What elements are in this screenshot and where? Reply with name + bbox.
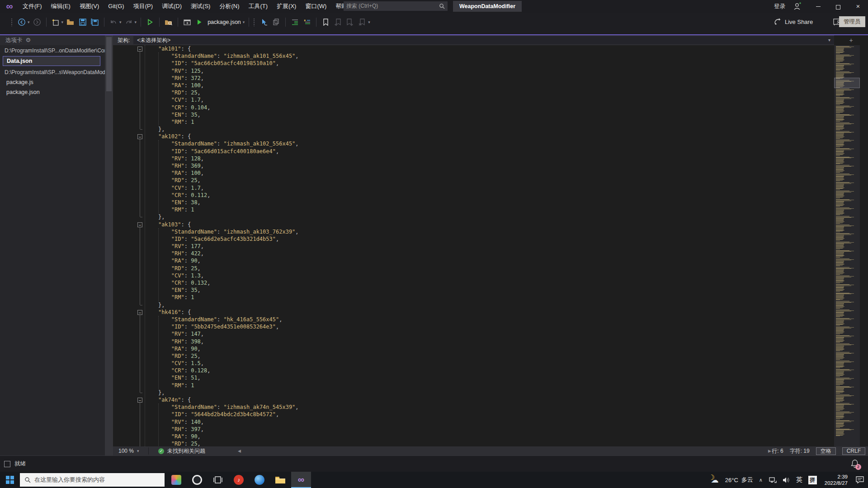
minimap-mark-group (836, 55, 858, 62)
menu-item-7[interactable]: 分析(N) (215, 0, 244, 13)
menu-item-4[interactable]: 项目(P) (129, 0, 157, 13)
indent-lines-button[interactable] (290, 17, 300, 27)
minimap-mark-group (836, 89, 858, 96)
live-share-button[interactable]: Live Share (774, 18, 813, 25)
task-view-icon[interactable] (208, 472, 228, 488)
run-target-label[interactable]: package.json (208, 19, 241, 25)
ime-mode-icon[interactable]: 拼 (808, 476, 817, 484)
tab-item-package.json[interactable]: package.json (3, 88, 105, 97)
sidebar-scrollbar[interactable] (105, 35, 113, 455)
hscroll-left-arrow[interactable]: ◀ (238, 446, 241, 455)
undo-button[interactable] (108, 17, 118, 27)
navigate-forward-button[interactable] (32, 17, 42, 27)
menu-item-9[interactable]: 扩展(X) (272, 0, 301, 13)
navigate-back-button[interactable] (17, 17, 27, 27)
toolbar-grip[interactable] (11, 18, 13, 26)
minimap-mark-group (836, 157, 858, 164)
toggle-bookmark-button[interactable] (321, 17, 330, 27)
menu-item-0[interactable]: 文件(F) (18, 0, 47, 13)
weather-widget[interactable]: ☽☁ 26°C 多云 (708, 474, 753, 485)
game-app-icon[interactable] (166, 472, 186, 488)
run-button[interactable] (194, 17, 204, 27)
sign-in-button[interactable]: 登录 (774, 0, 785, 13)
copy-lines-button[interactable] (271, 17, 281, 27)
indent-mode-button[interactable]: 空格 (816, 447, 836, 455)
format-document-button[interactable] (302, 17, 312, 27)
menu-item-1[interactable]: 编辑(E) (47, 0, 75, 13)
minimap-viewport-indicator[interactable] (834, 78, 860, 88)
minimap-mark-group (836, 122, 858, 130)
menu-item-8[interactable]: 工具(T) (244, 0, 272, 13)
volume-icon[interactable] (783, 477, 790, 483)
toolbar-grip-2[interactable] (253, 18, 255, 26)
minimap-mark (836, 359, 840, 360)
save-button[interactable] (78, 17, 88, 27)
weather-desc: 多云 (741, 476, 753, 484)
taskbar-search-box[interactable]: 在这里输入你要搜索的内容 (20, 473, 165, 487)
toolbar-overflow-dropdown[interactable]: ▾ (368, 20, 370, 24)
fold-collapse-box[interactable]: − (137, 47, 142, 52)
previous-bookmark-button[interactable] (333, 17, 343, 27)
ime-language-indicator[interactable]: 英 (796, 476, 802, 484)
menu-item-5[interactable]: 调试(D) (157, 0, 186, 13)
split-editor-button[interactable]: + (834, 35, 868, 45)
fold-collapse-box[interactable]: − (137, 398, 142, 403)
user-account-icon[interactable] (792, 2, 802, 11)
network-icon[interactable] (769, 477, 777, 483)
gear-icon[interactable]: ⚙ (26, 35, 31, 45)
schema-select[interactable]: <未选择架构> ▾ (133, 36, 834, 44)
restore-button[interactable] (828, 0, 848, 13)
menu-item-10[interactable]: 窗口(W) (301, 0, 331, 13)
quick-search-box[interactable]: 搜索 (Ctrl+Q) (344, 1, 448, 11)
solution-explorer-button[interactable] (164, 17, 174, 27)
zoom-control[interactable]: 100 % ▾ (113, 446, 142, 455)
menu-item-2[interactable]: 视图(V) (75, 0, 104, 13)
hscroll-right-arrow[interactable]: ▶ (768, 446, 771, 455)
background-tasks-icon[interactable] (4, 461, 10, 467)
undo-dropdown[interactable]: ▾ (119, 20, 122, 24)
eol-mode-button[interactable]: CRLF (842, 447, 865, 455)
minimize-button[interactable] (808, 0, 828, 13)
minimap-mark-group (836, 352, 858, 360)
visual-studio-taskbar-icon[interactable]: ∞ (291, 472, 311, 488)
minimap-mark (836, 62, 840, 62)
tab-item-Data.json[interactable]: Data.json (3, 56, 100, 66)
tab-item-package.js[interactable]: package.js (3, 78, 105, 87)
menu-item-6[interactable]: 测试(S) (186, 0, 215, 13)
close-button[interactable]: × (848, 0, 868, 13)
action-center-icon[interactable] (855, 476, 864, 484)
navigate-back-dropdown[interactable]: ▾ (28, 20, 30, 24)
open-folder-button[interactable] (66, 17, 75, 27)
browser-app-icon[interactable] (250, 472, 269, 488)
fold-collapse-box[interactable]: − (137, 310, 142, 315)
start-without-debugging-button[interactable] (145, 17, 155, 27)
minimap-mark-group (836, 335, 858, 343)
menu-item-3[interactable]: Git(G) (104, 0, 128, 13)
redo-dropdown[interactable]: ▾ (135, 20, 137, 24)
fold-collapse-box[interactable]: − (137, 222, 142, 227)
scrollbar-minimap[interactable] (834, 45, 860, 446)
redo-button[interactable] (124, 17, 134, 27)
attach-to-process-button[interactable] (182, 17, 192, 27)
taskbar-clock[interactable]: 2:39 2022/8/27 (823, 474, 849, 486)
minimap-mark (836, 181, 840, 181)
code-line-prop: "RA": 100, (113, 169, 834, 177)
new-project-dropdown[interactable]: ▾ (61, 20, 64, 24)
tray-expand-chevron-icon[interactable]: ∧ (759, 477, 763, 483)
minimap-mark-group (836, 293, 858, 300)
file-explorer-icon[interactable] (270, 472, 290, 488)
code-area[interactable]: "ak101": { "StandardName": "izhmash_ak10… (113, 45, 834, 446)
selection-cursor-button[interactable] (259, 17, 269, 27)
music-app-icon[interactable]: ♪ (229, 472, 249, 488)
fold-collapse-box[interactable]: − (137, 134, 142, 139)
new-project-button[interactable] (51, 17, 61, 27)
document-health-indicator[interactable]: ✓ 未找到相关问题 (158, 446, 205, 455)
next-bookmark-button[interactable] (345, 17, 355, 27)
schema-select-dropdown-icon: ▾ (828, 36, 830, 44)
start-button[interactable] (0, 472, 20, 488)
run-target-dropdown[interactable]: ▾ (243, 20, 245, 24)
save-all-button[interactable] (90, 17, 100, 27)
zoom-dropdown-icon: ▾ (137, 446, 139, 455)
clear-bookmarks-button[interactable] (357, 17, 367, 27)
circle-app-icon[interactable] (187, 472, 207, 488)
